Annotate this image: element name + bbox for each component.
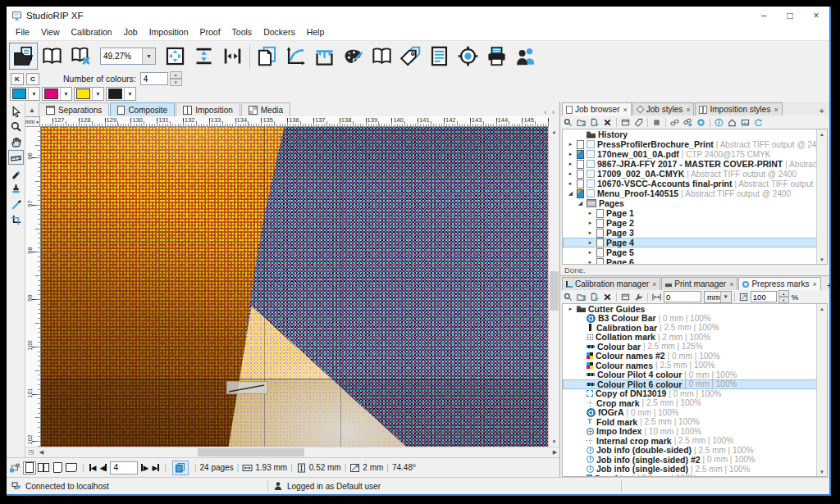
ruler-collapse-button[interactable]: ▲ — [25, 103, 39, 116]
mark-tree-row[interactable]: Copy of DN13019 | 0 mm | 100% — [563, 389, 817, 399]
plate-dropdown-button[interactable]: ▼ — [60, 88, 71, 100]
page-mode-facing[interactable] — [37, 461, 50, 474]
mark-tree-row[interactable]: Job info (single-sided) #2 | 0 mm | 100% — [563, 455, 817, 465]
toolbar-button[interactable] — [310, 43, 339, 70]
mark-tree-row[interactable]: Colour names #2 | 0 mm | 100% — [563, 352, 817, 361]
mark-tree-row[interactable]: Calibration bar | 2.5 mm | 100% — [563, 323, 817, 333]
row-checkbox[interactable] — [587, 160, 595, 168]
add-tab-button[interactable]: + — [815, 106, 829, 116]
horizontal-scroll-thumb[interactable] — [198, 448, 304, 456]
mark-tree-row[interactable]: Fold mark | 2.5 mm | 100% — [563, 417, 817, 427]
panel-toolbar-button[interactable] — [669, 116, 681, 128]
tab-close-icon[interactable]: × — [623, 106, 627, 114]
expand-icon[interactable]: ◢ — [577, 200, 584, 207]
tool-button[interactable] — [8, 212, 24, 227]
plate-dropdown-button[interactable]: ▼ — [28, 88, 39, 100]
panel-toolbar-button[interactable] — [664, 116, 668, 128]
mark-tree-row[interactable]: Internal crop mark | 2.5 mm | 100% — [563, 436, 817, 446]
toolbar-button[interactable] — [511, 43, 540, 70]
panel-toolbar-button[interactable] — [695, 116, 707, 128]
toolbar-button[interactable] — [189, 43, 218, 70]
toolbar-button[interactable] — [218, 43, 247, 70]
job-tree-row[interactable]: ◢ Pages — [563, 198, 817, 208]
tool-button[interactable] — [8, 197, 24, 211]
toolbar-button[interactable] — [161, 43, 189, 70]
page-mode-single[interactable] — [23, 461, 36, 474]
menu-item[interactable]: Job — [118, 25, 144, 40]
menu-item[interactable]: Dockers — [258, 25, 301, 40]
zoom-input[interactable] — [101, 49, 142, 63]
job-tree-row[interactable]: ▸ Page 2 — [563, 218, 817, 228]
panel-tab[interactable]: Imposition styles × — [695, 102, 782, 116]
scroll-right-arrow[interactable]: ▶ — [550, 449, 559, 456]
toolbar-button[interactable] — [425, 43, 454, 70]
panel-toolbar-button[interactable] — [575, 291, 587, 302]
job-tree-row[interactable]: ▸ 17009_002_0A-CMYK | Abstract TIFF outp… — [563, 169, 817, 179]
panel-toolbar-button[interactable] — [562, 291, 574, 302]
expand-icon[interactable]: ▸ — [587, 220, 594, 226]
tool-button[interactable] — [8, 103, 24, 118]
toolbar-button[interactable] — [482, 43, 511, 70]
menu-item[interactable]: Help — [301, 25, 331, 40]
panel-toolbar-button[interactable] — [601, 291, 614, 302]
panel-toolbar-button[interactable] — [588, 291, 600, 302]
next-page-button[interactable]: ▶ — [139, 464, 150, 472]
mark-tree-row[interactable]: Crop mark | 2.5 mm | 100% — [563, 398, 817, 408]
scroll-left-arrow[interactable]: ◀ — [37, 449, 46, 456]
expand-icon[interactable]: ▸ — [567, 170, 574, 177]
panel-toolbar-button[interactable] — [651, 291, 663, 302]
last-page-button[interactable]: ▶ — [150, 464, 161, 472]
job-tree-row[interactable]: History — [563, 129, 817, 139]
marks-tree-scrollbar[interactable]: ▲ ▼ — [816, 304, 827, 476]
page-mode-sheet[interactable] — [51, 461, 64, 474]
panel-toolbar-button[interactable] — [619, 291, 632, 302]
job-tree-row[interactable]: ▸ Page 4 — [563, 238, 817, 247]
close-button[interactable]: × — [803, 7, 829, 25]
job-tree-row[interactable]: ▸ 170new_001_0A.pdf | CTP 2400@175 CMYK — [563, 149, 817, 159]
view-tab[interactable]: Media — [241, 102, 290, 116]
preview-canvas[interactable] — [41, 127, 548, 447]
tab-close-icon[interactable]: × — [652, 280, 656, 288]
mark-tree-row[interactable]: Collation mark | 2 mm | 100% — [563, 333, 817, 343]
previous-page-button[interactable]: ◀ — [98, 464, 109, 472]
panel-toolbar-button[interactable] — [601, 116, 614, 128]
row-checkbox[interactable] — [587, 150, 595, 158]
panel-toolbar-button[interactable] — [682, 116, 694, 128]
mark-offset-input[interactable] — [664, 291, 701, 302]
expand-icon[interactable]: ◢ — [567, 190, 574, 197]
mark-tree-row[interactable]: Colour bar | 2.5 mm | 125% — [563, 342, 817, 352]
canvas-vertical-scrollbar[interactable]: ▲ ▼ — [548, 127, 559, 447]
tab-close-icon[interactable]: × — [774, 106, 778, 114]
expand-icon[interactable]: ▸ — [567, 161, 574, 167]
mark-tree-row[interactable]: Colour Pilot 4 colour | 0 mm | 100% — [563, 370, 817, 380]
toolbar-button[interactable] — [281, 43, 310, 70]
panel-tab[interactable]: Prepress marks × — [738, 277, 820, 290]
expand-icon[interactable]: ▸ — [567, 180, 574, 187]
mark-tree-row[interactable]: ▸ Cutter Guides — [563, 304, 817, 314]
mark-tree-row[interactable]: Colour names | 2.5 mm | 100% — [563, 361, 817, 370]
job-tree-row[interactable]: ▸ 9867-JRA-FFY 2017 - MASTER COVER-PRINT… — [563, 159, 817, 169]
expand-icon[interactable]: ▸ — [587, 239, 594, 246]
vertical-scroll-thumb[interactable] — [550, 271, 559, 311]
separation-toggle-c[interactable]: C — [26, 73, 39, 85]
plate-colour-swatch[interactable] — [108, 89, 122, 99]
menu-item[interactable]: View — [35, 25, 66, 40]
menu-item[interactable]: Tools — [226, 25, 258, 40]
tool-button[interactable] — [8, 166, 24, 180]
toolbar-button[interactable] — [368, 43, 396, 70]
toolbar-button[interactable] — [396, 43, 425, 70]
plate-colour-swatch[interactable] — [12, 89, 26, 99]
row-checkbox[interactable] — [587, 140, 595, 148]
panel-toolbar-button[interactable] — [614, 291, 619, 302]
expand-icon[interactable]: ▸ — [567, 306, 574, 312]
job-tree-row[interactable]: ◢ Menu_Proof-140515 | Abstract TIFF outp… — [563, 188, 817, 198]
panel-toolbar-button[interactable] — [708, 116, 712, 128]
ruler-unit-button[interactable]: mm▼ — [25, 116, 40, 127]
tool-button[interactable] — [8, 181, 24, 196]
page-mode-sheet-facing[interactable] — [65, 461, 78, 474]
tab-close-icon[interactable]: × — [686, 106, 690, 114]
separation-toggle-k[interactable]: K — [11, 73, 24, 85]
expand-icon[interactable]: ▸ — [587, 210, 594, 216]
expand-icon[interactable]: ▸ — [587, 229, 594, 236]
panel-toolbar-button[interactable] — [726, 116, 738, 128]
